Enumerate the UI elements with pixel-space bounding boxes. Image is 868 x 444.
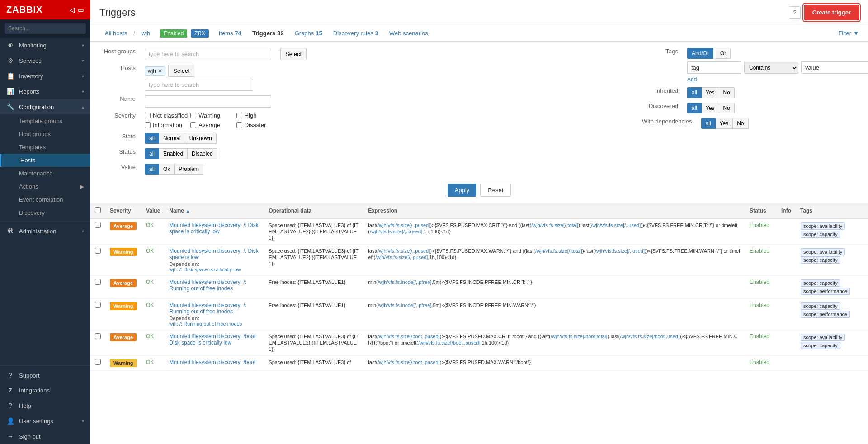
depends-link[interactable]: wjh: /: Running out of free inodes — [169, 321, 242, 326]
sidebar-item-user-settings[interactable]: 👤 User settings ▾ — [0, 413, 90, 429]
hosts-select-button[interactable]: Select — [168, 65, 194, 77]
sidebar-item-hosts[interactable]: Hosts — [0, 154, 90, 167]
tags-section: And/Or Or Contains Equals Does not conta… — [687, 48, 868, 83]
sidebar-item-template-groups[interactable]: Template groups — [0, 114, 90, 128]
status-enabled-button[interactable]: Enabled — [159, 148, 188, 159]
tag-add-link[interactable]: Add — [687, 76, 868, 83]
value-toggle-group: all Ok Problem — [145, 164, 203, 175]
sidebar-item-configuration[interactable]: 🔧 Configuration ▴ — [0, 99, 90, 114]
help-button[interactable]: ? — [789, 6, 800, 19]
trigger-name-link[interactable]: Mounted filesystem discovery: /: Disk sp… — [169, 248, 258, 260]
tab-all-hosts[interactable]: All hosts — [99, 25, 132, 41]
tags-or-button[interactable]: Or — [716, 48, 731, 59]
sidebar-item-administration[interactable]: 🛠 Administration ▾ — [0, 223, 90, 239]
value-all-button[interactable]: all — [145, 164, 159, 175]
state-all-button[interactable]: all — [145, 133, 159, 144]
severity-information: Information — [145, 122, 188, 128]
with-deps-no-button[interactable]: No — [733, 118, 748, 129]
row-checkbox[interactable] — [95, 359, 101, 365]
row-checkbox[interactable] — [95, 279, 101, 285]
sidebar-item-host-groups[interactable]: Host groups — [0, 128, 90, 141]
expand-icon[interactable]: ▭ — [78, 6, 84, 14]
sidebar-item-integrations[interactable]: Z Integrations — [0, 383, 90, 398]
status-all-button[interactable]: all — [145, 148, 159, 159]
sidebar-item-monitoring[interactable]: 👁 Monitoring ▾ — [0, 38, 90, 53]
with-deps-all-button[interactable]: all — [701, 118, 716, 129]
severity-label: Severity — [99, 112, 136, 119]
row-checkbox[interactable] — [95, 248, 101, 254]
sidebar-item-support[interactable]: ? Support — [0, 368, 90, 383]
discovered-no-button[interactable]: No — [719, 103, 735, 113]
trigger-name-link[interactable]: Mounted filesystem discovery: /: Disk sp… — [169, 222, 258, 235]
apply-button[interactable]: Apply — [448, 184, 477, 197]
row-checkbox[interactable] — [95, 222, 101, 228]
tag-value-input[interactable] — [801, 61, 868, 74]
tab-items[interactable]: Items 74 — [213, 25, 247, 41]
collapse-icon[interactable]: ◁ — [70, 6, 75, 14]
discovered-yes-button[interactable]: Yes — [702, 103, 719, 113]
host-groups-label: Host groups — [99, 48, 136, 55]
inherited-yes-button[interactable]: Yes — [702, 87, 719, 98]
col-name[interactable]: Name ▲ — [165, 203, 264, 218]
sidebar-item-event-correlation[interactable]: Event correlation — [0, 193, 90, 206]
trigger-name-link[interactable]: Mounted filesystem discovery: /boot: — [169, 359, 257, 365]
sidebar-item-help[interactable]: ? Help — [0, 398, 90, 413]
severity-average-check[interactable] — [190, 122, 196, 128]
inherited-no-button[interactable]: No — [719, 87, 735, 98]
reset-button[interactable]: Reset — [480, 184, 511, 197]
state-unknown-button[interactable]: Unknown — [185, 133, 217, 144]
sidebar-item-inventory[interactable]: 📋 Inventory ▾ — [0, 68, 90, 84]
tag-name-input[interactable] — [687, 61, 741, 74]
tab-web-scenarios[interactable]: Web scenarios — [384, 25, 434, 41]
hosts-search-input[interactable] — [145, 79, 253, 91]
sidebar-item-label: Inventory — [19, 73, 77, 80]
select-all-checkbox[interactable] — [95, 207, 101, 213]
status-cell: Enabled — [750, 222, 769, 228]
value-problem-button[interactable]: Problem — [175, 164, 203, 175]
tab-graphs[interactable]: Graphs 15 — [289, 25, 328, 41]
severity-information-check[interactable] — [145, 122, 151, 128]
search-input[interactable] — [5, 23, 86, 34]
name-input[interactable] — [145, 95, 271, 108]
tab-zbx-badge[interactable]: ZBX — [191, 29, 208, 38]
tag-operator-select[interactable]: Contains Equals Does not contain Does no… — [744, 62, 798, 74]
value-ok-button[interactable]: Ok — [159, 164, 175, 175]
severity-not-classified-check[interactable] — [145, 113, 151, 118]
with-deps-yes-button[interactable]: Yes — [716, 118, 733, 129]
severity-disaster-check[interactable] — [236, 122, 242, 128]
filter-toggle[interactable]: Filter ▼ — [838, 30, 859, 37]
row-checkbox[interactable] — [95, 302, 101, 308]
severity-high-check[interactable] — [236, 113, 242, 118]
create-trigger-button[interactable]: Create trigger — [804, 5, 859, 20]
sidebar-item-reports[interactable]: 📊 Reports ▾ — [0, 84, 90, 99]
tab-wjh[interactable]: wjh — [136, 25, 156, 41]
row-checkbox[interactable] — [95, 333, 101, 339]
discovered-all-button[interactable]: all — [687, 103, 702, 113]
tab-discovery-rules[interactable]: Discovery rules 3 — [328, 25, 384, 41]
trigger-name-link[interactable]: Mounted filesystem discovery: /: Running… — [169, 279, 246, 292]
severity-warning-check[interactable] — [190, 113, 196, 118]
sidebar-item-maintenance[interactable]: Maintenance — [0, 167, 90, 180]
depends-link[interactable]: wjh: /: Disk space is critically low — [169, 267, 241, 272]
tab-enabled-badge[interactable]: Enabled — [160, 29, 187, 38]
tags-and-or-button[interactable]: And/Or — [687, 48, 713, 59]
state-normal-button[interactable]: Normal — [159, 133, 185, 144]
tab-triggers[interactable]: Triggers 32 — [247, 25, 289, 41]
trigger-name-link[interactable]: Mounted filesystem discovery: /boot: Dis… — [169, 333, 257, 346]
sidebar-item-label: Services — [19, 57, 77, 64]
sidebar-item-actions[interactable]: Actions▶ — [0, 180, 90, 193]
host-groups-select-button[interactable]: Select — [280, 48, 307, 60]
logo-text: ZABBIX — [6, 5, 42, 15]
status-disabled-button[interactable]: Disabled — [188, 148, 217, 159]
host-groups-input[interactable] — [145, 48, 271, 60]
sidebar-item-templates[interactable]: Templates — [0, 141, 90, 154]
inherited-all-button[interactable]: all — [687, 87, 702, 98]
sidebar-item-label: Support — [19, 372, 84, 379]
inherited-toggle-group: all Yes No — [687, 87, 735, 98]
trigger-name-link[interactable]: Mounted filesystem discovery: /: Running… — [169, 302, 246, 315]
sidebar-item-services[interactable]: ⚙ Services ▾ — [0, 53, 90, 68]
user-icon: 👤 — [6, 417, 14, 425]
sidebar-item-discovery[interactable]: Discovery — [0, 206, 90, 219]
host-tag-remove[interactable]: ✕ — [158, 68, 162, 74]
sidebar-item-sign-out[interactable]: → Sign out — [0, 429, 90, 444]
